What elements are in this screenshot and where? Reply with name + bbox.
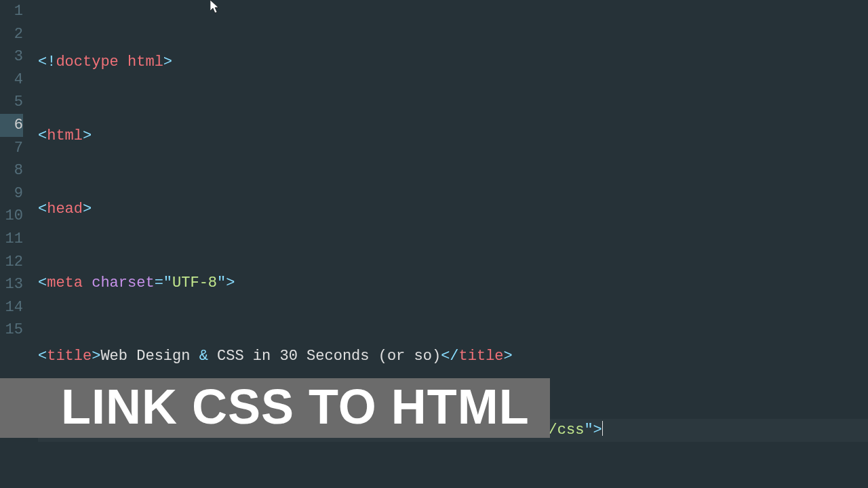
line-number: 14	[0, 296, 23, 319]
code-line[interactable]: <title>Web Design & CSS in 30 Seconds (o…	[38, 345, 868, 368]
code-line[interactable]: <head>	[38, 198, 868, 221]
line-number: 10	[0, 205, 23, 228]
code-editor[interactable]: 1 2 3 4 5 6 7 8 9 10 11 12 13 14 15 <!do…	[0, 0, 868, 488]
line-number: 13	[0, 273, 23, 296]
banner-text: LINK CSS TO HTML	[61, 380, 530, 434]
code-line[interactable]: <!doctype html>	[38, 51, 868, 74]
line-number: 8	[0, 159, 23, 182]
title-banner: LINK CSS TO HTML	[0, 378, 550, 438]
line-number: 9	[0, 182, 23, 205]
code-line[interactable]: <html>	[38, 125, 868, 148]
line-number: 1	[0, 0, 23, 23]
line-number: 7	[0, 137, 23, 160]
line-number: 4	[0, 68, 23, 92]
line-number: 15	[0, 319, 23, 342]
line-number: 11	[0, 228, 23, 251]
text-cursor	[602, 421, 603, 436]
line-number: 5	[0, 91, 23, 114]
code-line[interactable]: <meta charset="UTF-8">	[38, 272, 868, 295]
line-number: 3	[0, 45, 23, 68]
line-number-active: 6	[0, 114, 23, 137]
line-number: 2	[0, 23, 23, 46]
line-number: 12	[0, 251, 23, 274]
